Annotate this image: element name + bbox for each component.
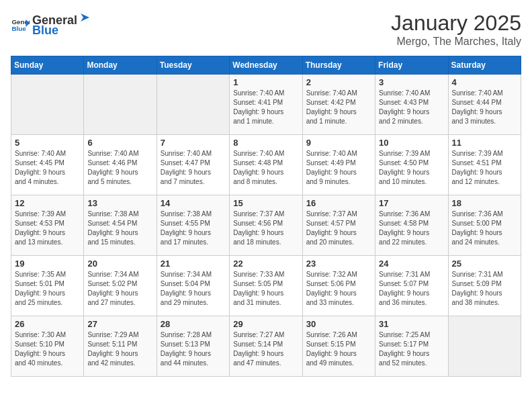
- calendar-day-cell: 25Sunrise: 7:31 AM Sunset: 5:09 PM Dayli…: [448, 256, 521, 316]
- weekday-header-monday: Monday: [84, 56, 157, 75]
- day-number: 18: [452, 198, 517, 208]
- day-number: 2: [306, 77, 371, 87]
- calendar-week-row: 12Sunrise: 7:39 AM Sunset: 4:53 PM Dayli…: [11, 195, 521, 256]
- calendar-day-cell: 9Sunrise: 7:40 AM Sunset: 4:49 PM Daylig…: [302, 135, 375, 195]
- calendar-day-cell: 5Sunrise: 7:40 AM Sunset: 4:45 PM Daylig…: [11, 135, 84, 195]
- calendar-day-cell: 13Sunrise: 7:38 AM Sunset: 4:54 PM Dayli…: [84, 195, 157, 256]
- day-info: Sunrise: 7:36 AM Sunset: 5:00 PM Dayligh…: [452, 210, 517, 247]
- svg-text:Blue: Blue: [11, 25, 26, 32]
- calendar-day-cell: 6Sunrise: 7:40 AM Sunset: 4:46 PM Daylig…: [84, 135, 157, 195]
- day-info: Sunrise: 7:39 AM Sunset: 4:51 PM Dayligh…: [452, 149, 517, 187]
- day-number: 27: [87, 319, 152, 329]
- day-number: 6: [87, 138, 152, 148]
- day-info: Sunrise: 7:39 AM Sunset: 4:50 PM Dayligh…: [379, 149, 444, 187]
- calendar-header-row: SundayMondayTuesdayWednesdayThursdayFrid…: [11, 56, 521, 75]
- day-number: 13: [87, 198, 152, 208]
- logo: General Blue General Blue: [11, 11, 91, 38]
- month-title: January 2025: [391, 11, 521, 36]
- day-number: 17: [379, 198, 444, 208]
- day-number: 14: [161, 198, 226, 208]
- calendar-day-cell: 12Sunrise: 7:39 AM Sunset: 4:53 PM Dayli…: [11, 195, 84, 256]
- day-number: 16: [306, 198, 371, 208]
- day-info: Sunrise: 7:40 AM Sunset: 4:48 PM Dayligh…: [233, 149, 298, 187]
- day-info: Sunrise: 7:40 AM Sunset: 4:41 PM Dayligh…: [233, 89, 298, 126]
- calendar-day-cell: 30Sunrise: 7:26 AM Sunset: 5:15 PM Dayli…: [302, 316, 375, 377]
- calendar-day-cell: [11, 75, 84, 135]
- calendar-day-cell: [84, 75, 157, 135]
- calendar-day-cell: 1Sunrise: 7:40 AM Sunset: 4:41 PM Daylig…: [230, 75, 302, 135]
- weekday-header-thursday: Thursday: [302, 56, 375, 75]
- day-info: Sunrise: 7:34 AM Sunset: 5:02 PM Dayligh…: [87, 270, 152, 308]
- calendar-day-cell: 14Sunrise: 7:38 AM Sunset: 4:55 PM Dayli…: [157, 195, 229, 256]
- calendar-table: SundayMondayTuesdayWednesdayThursdayFrid…: [11, 56, 521, 377]
- calendar-day-cell: 18Sunrise: 7:36 AM Sunset: 5:00 PM Dayli…: [448, 195, 521, 256]
- calendar-week-row: 5Sunrise: 7:40 AM Sunset: 4:45 PM Daylig…: [11, 135, 521, 195]
- day-info: Sunrise: 7:25 AM Sunset: 5:17 PM Dayligh…: [379, 330, 444, 368]
- calendar-day-cell: 7Sunrise: 7:40 AM Sunset: 4:47 PM Daylig…: [157, 135, 229, 195]
- day-number: 1: [233, 77, 298, 87]
- calendar-day-cell: [157, 75, 229, 135]
- day-info: Sunrise: 7:31 AM Sunset: 5:07 PM Dayligh…: [379, 270, 444, 308]
- day-info: Sunrise: 7:38 AM Sunset: 4:55 PM Dayligh…: [161, 210, 226, 247]
- title-block: January 2025 Mergo, The Marches, Italy: [391, 11, 521, 48]
- weekday-header-wednesday: Wednesday: [230, 56, 302, 75]
- day-number: 30: [306, 319, 371, 329]
- day-number: 23: [306, 259, 371, 269]
- day-info: Sunrise: 7:32 AM Sunset: 5:06 PM Dayligh…: [306, 270, 371, 308]
- calendar-day-cell: 17Sunrise: 7:36 AM Sunset: 4:58 PM Dayli…: [375, 195, 448, 256]
- day-number: 26: [15, 319, 80, 329]
- calendar-week-row: 26Sunrise: 7:30 AM Sunset: 5:10 PM Dayli…: [11, 316, 521, 377]
- day-info: Sunrise: 7:40 AM Sunset: 4:42 PM Dayligh…: [306, 89, 371, 126]
- day-number: 5: [15, 138, 80, 148]
- svg-marker-3: [81, 13, 89, 21]
- calendar-day-cell: 22Sunrise: 7:33 AM Sunset: 5:05 PM Dayli…: [230, 256, 302, 316]
- calendar-day-cell: 26Sunrise: 7:30 AM Sunset: 5:10 PM Dayli…: [11, 316, 84, 377]
- day-number: 19: [15, 259, 80, 269]
- day-number: 10: [379, 138, 444, 148]
- day-number: 11: [452, 138, 517, 148]
- calendar-day-cell: 2Sunrise: 7:40 AM Sunset: 4:42 PM Daylig…: [302, 75, 375, 135]
- day-number: 29: [233, 319, 298, 329]
- calendar-day-cell: 31Sunrise: 7:25 AM Sunset: 5:17 PM Dayli…: [375, 316, 448, 377]
- day-number: 21: [161, 259, 226, 269]
- day-number: 9: [306, 138, 371, 148]
- weekday-header-sunday: Sunday: [11, 56, 84, 75]
- day-info: Sunrise: 7:35 AM Sunset: 5:01 PM Dayligh…: [15, 270, 80, 308]
- calendar-day-cell: [448, 316, 521, 377]
- day-info: Sunrise: 7:34 AM Sunset: 5:04 PM Dayligh…: [161, 270, 226, 308]
- calendar-day-cell: 20Sunrise: 7:34 AM Sunset: 5:02 PM Dayli…: [84, 256, 157, 316]
- calendar-day-cell: 8Sunrise: 7:40 AM Sunset: 4:48 PM Daylig…: [230, 135, 302, 195]
- day-info: Sunrise: 7:26 AM Sunset: 5:15 PM Dayligh…: [306, 330, 371, 368]
- day-number: 31: [379, 319, 444, 329]
- calendar-day-cell: 21Sunrise: 7:34 AM Sunset: 5:04 PM Dayli…: [157, 256, 229, 316]
- day-number: 4: [452, 77, 517, 87]
- calendar-week-row: 1Sunrise: 7:40 AM Sunset: 4:41 PM Daylig…: [11, 75, 521, 135]
- weekday-header-saturday: Saturday: [448, 56, 521, 75]
- calendar-day-cell: 10Sunrise: 7:39 AM Sunset: 4:50 PM Dayli…: [375, 135, 448, 195]
- calendar-day-cell: 3Sunrise: 7:40 AM Sunset: 4:43 PM Daylig…: [375, 75, 448, 135]
- day-number: 25: [452, 259, 517, 269]
- logo-arrow-icon: [77, 11, 91, 24]
- day-info: Sunrise: 7:40 AM Sunset: 4:49 PM Dayligh…: [306, 149, 371, 187]
- day-info: Sunrise: 7:40 AM Sunset: 4:45 PM Dayligh…: [15, 149, 80, 187]
- day-number: 22: [233, 259, 298, 269]
- day-info: Sunrise: 7:39 AM Sunset: 4:53 PM Dayligh…: [15, 210, 80, 247]
- calendar-day-cell: 11Sunrise: 7:39 AM Sunset: 4:51 PM Dayli…: [448, 135, 521, 195]
- location-title: Mergo, The Marches, Italy: [391, 36, 521, 48]
- calendar-day-cell: 28Sunrise: 7:28 AM Sunset: 5:13 PM Dayli…: [157, 316, 229, 377]
- calendar-day-cell: 19Sunrise: 7:35 AM Sunset: 5:01 PM Dayli…: [11, 256, 84, 316]
- weekday-header-tuesday: Tuesday: [157, 56, 229, 75]
- day-number: 28: [161, 319, 226, 329]
- day-info: Sunrise: 7:40 AM Sunset: 4:47 PM Dayligh…: [161, 149, 226, 187]
- day-info: Sunrise: 7:38 AM Sunset: 4:54 PM Dayligh…: [87, 210, 152, 247]
- calendar-day-cell: 23Sunrise: 7:32 AM Sunset: 5:06 PM Dayli…: [302, 256, 375, 316]
- day-info: Sunrise: 7:40 AM Sunset: 4:44 PM Dayligh…: [452, 89, 517, 126]
- day-number: 8: [233, 138, 298, 148]
- calendar-week-row: 19Sunrise: 7:35 AM Sunset: 5:01 PM Dayli…: [11, 256, 521, 316]
- day-number: 7: [161, 138, 226, 148]
- day-number: 3: [379, 77, 444, 87]
- page-header: General Blue General Blue January 2025 M…: [11, 11, 521, 48]
- calendar-day-cell: 4Sunrise: 7:40 AM Sunset: 4:44 PM Daylig…: [448, 75, 521, 135]
- day-number: 24: [379, 259, 444, 269]
- day-info: Sunrise: 7:33 AM Sunset: 5:05 PM Dayligh…: [233, 270, 298, 308]
